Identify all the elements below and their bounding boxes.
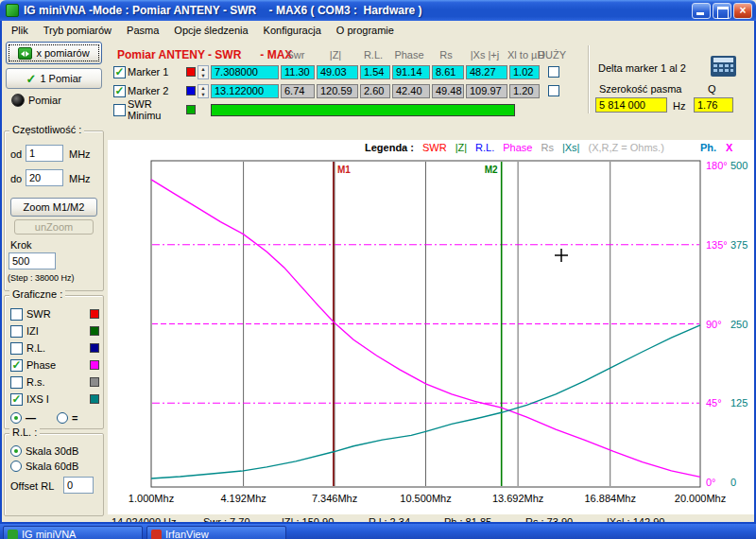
svg-text:M1: M1 xyxy=(337,165,351,175)
rl-scale-30-row: Skala 30dB xyxy=(10,443,78,459)
legend-swr: SWR xyxy=(422,142,447,153)
trace-phase-checkbox[interactable]: ✓ xyxy=(10,359,23,372)
swr-minimum-label: SWR Minimu xyxy=(128,98,184,121)
bandwidth-unit: Hz xyxy=(673,100,685,112)
irfanview-task-label: IrfanView xyxy=(165,529,209,539)
traces-group: Graficzne : SWR IZI R.L. ✓ Phase R.s. ✓ … xyxy=(4,295,104,429)
svg-text:375: 375 xyxy=(730,239,747,251)
trace-row-z: IZI xyxy=(10,323,99,339)
irfanview-task-icon xyxy=(151,530,162,539)
single-measure-label: 1 Pomiar xyxy=(40,73,81,84)
freq-from-input[interactable] xyxy=(26,145,63,162)
scale-60db-label: Skala 60dB xyxy=(26,461,78,472)
trace-xs-checkbox[interactable]: ✓ xyxy=(10,393,23,406)
bandwidth-label: Szerokość pasma xyxy=(599,83,681,95)
spinner-up-icon[interactable]: ▲ xyxy=(198,85,208,92)
marker2-phase: 42.40 xyxy=(392,84,430,98)
frequency-group: Częstotliwość : od MHz do MHz Zoom M1/M2… xyxy=(4,130,104,291)
unzoom-button[interactable]: unZoom xyxy=(14,219,94,235)
menu-tryb-pomiarow[interactable]: Tryb pomiarów xyxy=(36,23,119,38)
taskbar-item-minivna[interactable]: IG miniVNA xyxy=(3,526,143,539)
marker2-color-swatch xyxy=(186,86,196,96)
menu-opcje-sledzenia[interactable]: Opcje śledzenia xyxy=(166,23,255,38)
trace-swr-label: SWR xyxy=(26,308,86,320)
multi-measure-icon xyxy=(18,47,32,60)
freq-to-input[interactable] xyxy=(26,169,63,186)
marker1-frequency: 7.308000 xyxy=(211,65,279,79)
svg-text:0°: 0° xyxy=(706,477,716,488)
marker2-xs: 109.97 xyxy=(466,84,507,98)
trace-rs-checkbox[interactable] xyxy=(10,376,23,389)
spinner-down-icon[interactable]: ▼ xyxy=(198,73,208,79)
svg-text:20.000Mhz: 20.000Mhz xyxy=(675,493,726,504)
marker1-rl: 1.54 xyxy=(360,65,390,79)
pomiar-led-icon[interactable] xyxy=(11,94,25,107)
spinner-up-icon[interactable]: ▲ xyxy=(198,66,208,73)
scale-30db-radio[interactable] xyxy=(10,445,22,457)
rl-group-title: R.L. : xyxy=(9,426,40,438)
svg-text:13.692Mhz: 13.692Mhz xyxy=(492,493,543,504)
trace-swr-checkbox[interactable] xyxy=(10,308,23,321)
spinner-down-icon[interactable]: ▼ xyxy=(198,92,208,98)
menu-plik[interactable]: Plik xyxy=(4,23,36,38)
pomiar-label: Pomiar xyxy=(28,95,61,106)
marker-header-row: Swr |Z| R.L. Phase Rs |Xs |+j Xl to µH D… xyxy=(113,47,564,62)
line-style-double-radio[interactable] xyxy=(57,412,68,424)
svg-text:16.884Mhz: 16.884Mhz xyxy=(584,493,635,504)
column-rl: R.L. xyxy=(358,49,388,61)
do-unit-label: MHz xyxy=(69,173,91,184)
scale-30db-label: Skala 30dB xyxy=(26,445,78,457)
offset-rl-input[interactable] xyxy=(63,477,94,494)
trace-z-checkbox[interactable] xyxy=(10,325,23,338)
calculator-icon[interactable] xyxy=(711,56,736,77)
svg-text:125: 125 xyxy=(730,397,747,409)
offset-rl-label: Offset RL xyxy=(10,480,54,492)
close-button[interactable]: × xyxy=(733,3,752,19)
trace-row-phase: ✓ Phase xyxy=(10,357,99,373)
trace-xs-label: IXS I xyxy=(26,393,86,405)
multi-measure-button[interactable]: x pomiarów xyxy=(6,42,102,64)
marker1-duzy-checkbox[interactable] xyxy=(548,66,559,78)
marker1-spinner[interactable]: ▲ ▼ xyxy=(198,65,209,79)
krok-input[interactable] xyxy=(9,252,56,270)
svg-text:90°: 90° xyxy=(706,319,722,330)
marker2-spinner[interactable]: ▲ ▼ xyxy=(198,84,209,98)
taskbar-item-irfanview[interactable]: IrfanView xyxy=(146,526,286,539)
single-measure-button[interactable]: ✓ 1 Pomiar xyxy=(6,68,102,89)
frequency-group-title: Częstotliwość : xyxy=(9,124,84,135)
marker2-z: 120.59 xyxy=(317,84,358,98)
trace-swr-color-swatch xyxy=(90,309,99,319)
minimize-button[interactable] xyxy=(692,3,711,19)
swr-minimum-color-swatch xyxy=(186,105,196,114)
legend-units-note: (X,R,Z = Ohms.) xyxy=(588,142,663,153)
axis-label-x: X xyxy=(726,142,732,153)
q-value: 1.76 xyxy=(694,97,733,113)
menu-pasma[interactable]: Pasma xyxy=(119,23,166,38)
marker1-rs: 8.61 xyxy=(432,65,464,79)
marker1-checkbox[interactable]: ✓ xyxy=(113,66,126,78)
column-z: |Z| xyxy=(315,49,356,61)
chart-svg[interactable]: 1.000Mhz4.192Mhz7.346Mhz10.500Mhz13.692M… xyxy=(108,157,754,514)
menu-konfiguracja[interactable]: Konfiguracja xyxy=(256,23,329,38)
trace-z-color-swatch xyxy=(90,326,99,336)
maximize-button[interactable] xyxy=(713,3,731,19)
marker2-frequency: 13.122000 xyxy=(211,84,279,98)
line-style-solid-radio[interactable] xyxy=(10,412,22,424)
window-title: IG miniVNA -Mode : Pomiar ANTENY - SWR -… xyxy=(24,4,422,17)
swr-minimum-checkbox[interactable] xyxy=(113,104,126,116)
rl-scale-group: R.L. : Skala 30dB Skala 60dB Offset RL xyxy=(4,433,104,516)
column-rs: Rs xyxy=(430,49,462,61)
marker2-checkbox[interactable]: ✓ xyxy=(113,85,126,97)
chart-legend: Legenda : SWR |Z| R.L. Phase Rs |Xs| (X,… xyxy=(365,142,664,153)
zoom-m1-m2-button[interactable]: Zoom M1/M2 xyxy=(10,198,97,217)
trace-rl-checkbox[interactable] xyxy=(10,342,23,355)
svg-text:500: 500 xyxy=(730,160,747,171)
column-duzy: DUŻY xyxy=(540,49,564,61)
svg-text:180°: 180° xyxy=(706,160,728,171)
svg-text:0: 0 xyxy=(730,477,736,488)
scale-60db-radio[interactable] xyxy=(10,461,22,472)
marker2-duzy-checkbox[interactable] xyxy=(548,85,559,96)
check-icon: ✓ xyxy=(26,72,37,86)
line-style-row: — = xyxy=(10,410,99,426)
menu-o-programie[interactable]: O programie xyxy=(329,23,402,38)
